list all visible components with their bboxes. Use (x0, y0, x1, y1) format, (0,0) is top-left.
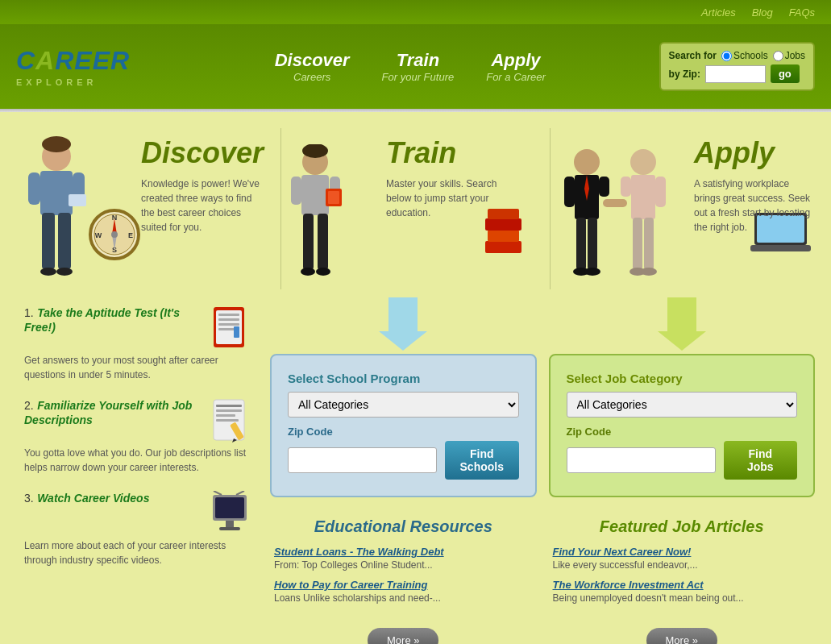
career-videos-icon (210, 491, 250, 535)
train-person-icon (285, 144, 346, 289)
nav-train[interactable]: Train For your Future (382, 50, 455, 83)
zip-row: by Zip: go (669, 64, 805, 83)
step-2-number: 2. (24, 399, 34, 412)
apply-heading: Apply (694, 136, 775, 169)
main-header: CAREER EXPLORER Discover Careers Train F… (0, 24, 831, 109)
svg-line-73 (214, 491, 222, 495)
apply-persons-icon (555, 144, 683, 289)
nav-train-sub: For your Future (382, 71, 455, 83)
svg-rect-66 (216, 419, 239, 422)
step-3: 3. Watch Career Videos Learn more ab (24, 491, 250, 567)
school-zip-input[interactable] (288, 447, 437, 473)
svg-rect-31 (488, 230, 519, 242)
svg-rect-60 (218, 328, 235, 330)
job-zip-row: Find Jobs (567, 441, 798, 480)
job-article-2-link[interactable]: The Workforce Investment Act (553, 579, 812, 591)
school-search-panel: Select School Program All Categories Bus… (270, 354, 537, 497)
faqs-link[interactable]: FAQs (789, 6, 815, 19)
svg-rect-3 (28, 172, 40, 205)
find-jobs-button[interactable]: Find Jobs (724, 441, 798, 480)
step-2: 2. Familiarize Yourself with Job Descrip… (24, 398, 250, 475)
nav-train-title: Train (382, 50, 455, 71)
school-panel-label: Select School Program (288, 372, 519, 385)
schools-radio-label[interactable]: Schools (721, 50, 768, 61)
svg-rect-6 (42, 213, 55, 269)
svg-rect-51 (603, 199, 627, 207)
discover-section: N S E W Discover Knowledge is power! We'… (12, 128, 280, 289)
svg-point-18 (111, 231, 118, 238)
job-article-1: Find Your Next Career Now! Like every su… (553, 546, 812, 571)
svg-point-9 (56, 268, 73, 276)
schools-label: Schools (733, 50, 768, 61)
nav-links: Discover Careers Train For your Future A… (161, 50, 659, 83)
schools-radio[interactable] (721, 51, 732, 61)
svg-rect-46 (655, 177, 666, 207)
school-zip-row: Find Schools (288, 441, 519, 480)
edu-article-2-link[interactable]: How to Pay for Career Training (274, 579, 533, 591)
svg-rect-65 (216, 414, 235, 417)
step-2-title[interactable]: Familiarize Yourself with Job Descriptio… (24, 399, 192, 426)
svg-point-43 (630, 149, 656, 175)
svg-rect-58 (218, 318, 239, 321)
jobs-radio[interactable] (773, 51, 783, 61)
svg-rect-39 (588, 218, 597, 270)
nav-apply-title: Apply (486, 50, 546, 71)
step-3-number: 3. (24, 492, 34, 505)
step-1-title[interactable]: Take the Aptitude Test (It's Free!) (24, 306, 180, 334)
nav-discover-title: Discover (275, 50, 350, 71)
svg-rect-38 (576, 218, 586, 270)
featured-articles-title: Featured Job Articles (553, 517, 812, 536)
nav-discover-sub: Careers (275, 71, 350, 83)
nav-apply[interactable]: Apply For a Career (486, 50, 546, 83)
left-column: 1. Take the Aptitude Test (It's Free!) (16, 297, 258, 644)
job-article-2-desc: Being unemployed doesn't mean being out.… (553, 592, 812, 604)
top-nav-bar: Articles Blog FAQs (0, 0, 831, 24)
main-content: N S E W Discover Knowledge is power! We'… (0, 112, 831, 644)
bottom-content: 1. Take the Aptitude Test (It's Free!) (0, 289, 831, 644)
step-3-title[interactable]: Watch Career Videos (37, 492, 149, 505)
svg-rect-59 (218, 323, 239, 326)
blog-link[interactable]: Blog (752, 6, 773, 19)
train-title-text: Train Master your skills. Search below t… (386, 136, 515, 220)
svg-point-50 (641, 268, 657, 276)
school-zip-label: Zip Code (288, 426, 519, 438)
job-search-panel: Select Job Category All Categories Busin… (549, 354, 816, 497)
svg-rect-22 (291, 177, 301, 205)
job-category-select[interactable]: All Categories Business Technology Healt… (567, 392, 798, 418)
svg-point-8 (40, 268, 56, 276)
svg-rect-32 (485, 218, 521, 231)
svg-rect-64 (216, 409, 242, 412)
discover-desc: Knowledge is power! We've created three … (141, 177, 262, 235)
discover-title-text: Discover Knowledge is power! We've creat… (141, 136, 264, 235)
svg-rect-54 (750, 245, 811, 251)
job-article-1-link[interactable]: Find Your Next Career Now! (553, 546, 812, 558)
edu-resources-title: Educational Resources (274, 517, 533, 536)
logo-explorer: EXPLORER (16, 76, 145, 88)
svg-rect-36 (564, 177, 575, 207)
center-column: Select School Program All Categories Bus… (270, 297, 537, 644)
svg-point-29 (316, 268, 330, 276)
edu-article-1: Student Loans - The Walking Debt From: T… (274, 546, 533, 571)
svg-point-1 (42, 136, 71, 152)
school-category-select[interactable]: All Categories Business Technology Healt… (288, 392, 519, 418)
svg-rect-61 (234, 326, 239, 338)
edu-article-1-link[interactable]: Student Loans - The Walking Debt (274, 546, 533, 558)
step-3-desc: Learn more about each of your career int… (24, 538, 250, 567)
svg-rect-45 (621, 177, 631, 197)
edu-more-button[interactable]: More » (368, 628, 438, 644)
jobs-radio-label[interactable]: Jobs (773, 50, 805, 61)
zip-label: by Zip: (669, 69, 700, 80)
go-button[interactable]: go (771, 64, 800, 83)
job-arrow (658, 297, 706, 350)
articles-link[interactable]: Articles (701, 6, 736, 19)
job-zip-input[interactable] (567, 447, 716, 473)
svg-text:W: W (95, 231, 102, 239)
job-more-button[interactable]: More » (646, 628, 717, 644)
train-section: Train Master your skills. Search below t… (280, 128, 550, 289)
search-label1: Search for (669, 50, 717, 61)
find-schools-button[interactable]: Find Schools (445, 441, 519, 480)
step-1-number: 1. (24, 306, 34, 319)
header-zip-input[interactable] (705, 65, 766, 83)
nav-discover[interactable]: Discover Careers (275, 50, 350, 83)
nav-apply-sub: For a Career (486, 71, 546, 83)
